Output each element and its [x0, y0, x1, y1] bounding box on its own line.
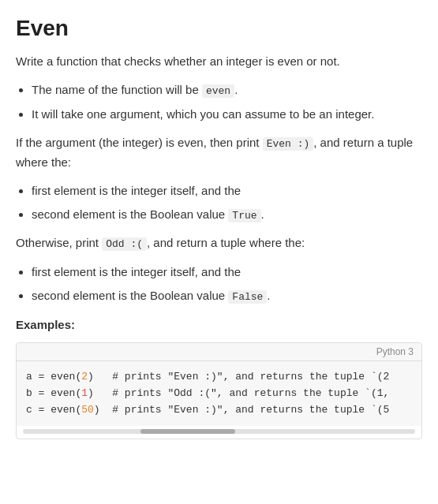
scrollbar-track[interactable]	[23, 429, 415, 434]
even-paragraph: If the argument (the integer) is even, t…	[16, 133, 422, 172]
odd-paragraph: Otherwise, print Odd :(, and return a tu…	[16, 233, 422, 253]
bullets-list-2: first element is the integer itself, and…	[32, 181, 422, 225]
code-true: True	[228, 209, 260, 222]
list-item: second element is the Boolean value True…	[32, 205, 422, 225]
code-odd-print: Odd :(	[102, 237, 147, 251]
bullets-list-3: first element is the integer itself, and…	[32, 263, 422, 306]
code-block[interactable]: a = even(2) # prints "Even :)", and retu…	[17, 361, 421, 426]
scrollbar-thumb[interactable]	[140, 429, 235, 434]
page-title: Even	[16, 16, 422, 41]
code-block-header: Python 3	[17, 343, 421, 361]
list-item: The name of the function will be even.	[32, 80, 422, 100]
list-item: It will take one argument, which you can…	[32, 105, 422, 124]
list-item: second element is the Boolean value Fals…	[32, 286, 422, 306]
code-block-wrapper: Python 3 a = even(2) # prints "Even :)",…	[16, 342, 422, 439]
code-false: False	[228, 290, 267, 304]
list-item: first element is the integer itself, and…	[32, 181, 422, 200]
list-item: first element is the integer itself, and…	[32, 263, 422, 282]
code-even-print: Even :)	[263, 137, 314, 151]
intro-paragraph: Write a function that checks whether an …	[16, 52, 422, 71]
bullets-list-1: The name of the function will be even. I…	[32, 80, 422, 124]
examples-label: Examples:	[16, 315, 422, 334]
code-even: even	[202, 84, 234, 98]
